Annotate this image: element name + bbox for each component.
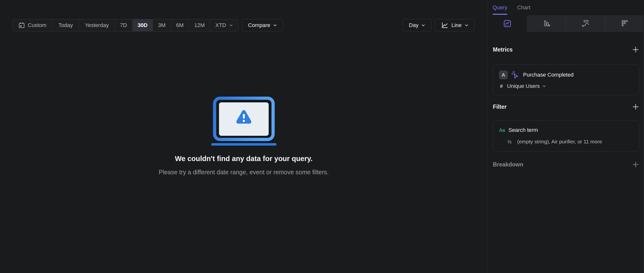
laptop-warning-illustration [211,96,277,147]
filter-header-label: Filter [493,104,506,110]
chevron-down-icon [421,23,425,27]
metric-event-row: A Purchase Completed [499,70,634,79]
date-range-label: Custom [28,22,46,28]
date-range-today[interactable]: Today [52,19,79,31]
report-tab-retention[interactable] [605,15,644,32]
date-range-6m[interactable]: 6M [171,19,189,31]
metric-event-name[interactable]: Purchase Completed [523,72,574,78]
report-type-tabs [488,15,644,32]
date-range-control: Custom Today Yesterday 7D 30D 3M 6M 12M … [12,19,238,31]
calendar-icon [18,22,25,28]
empty-state-subtitle: Please try a different date range, event… [0,169,488,176]
filter-overflow-menu-icon[interactable] [632,126,634,134]
flows-icon [581,19,590,28]
filter-property-row: Aa Search term [499,126,634,134]
analytics-app: Custom Today Yesterday 7D 30D 3M 6M 12M … [0,0,644,273]
filter-card[interactable]: Aa Search term Is (empty string), Air pu… [493,120,639,152]
sidebar-scrollbar[interactable] [643,15,644,273]
sidebar-tabbar: Query Chart [488,0,644,15]
chevron-down-icon [542,84,546,88]
date-range-xtd[interactable]: XTD [210,19,238,31]
metrics-header-label: Metrics [493,46,513,53]
breakdown-section-header: Breakdown [493,161,639,168]
filter-property-name[interactable]: Search term [508,127,538,133]
bar-chart-icon [542,19,550,28]
chart-canvas-area: Custom Today Yesterday 7D 30D 3M 6M 12M … [0,0,488,273]
aggregation-selector[interactable]: Unique Users [503,83,546,89]
date-range-12m[interactable]: 12M [189,19,210,31]
chevron-down-icon [464,23,468,27]
report-type-tabs-inactive [527,15,644,32]
insights-line-chart-icon [504,20,511,27]
date-range-yesterday[interactable]: Yesterday [79,19,115,31]
query-builder-sidebar: Query Chart [488,0,644,273]
tab-query[interactable]: Query [492,0,507,15]
granularity-button[interactable]: Day [402,19,432,31]
add-breakdown-button[interactable] [632,161,639,168]
aggregation-symbol: # [500,83,503,89]
metric-aggregation-row: # Unique Users [499,83,634,89]
metric-letter-badge: A [499,70,508,79]
empty-state: We couldn't find any data for your query… [0,96,488,176]
query-builder-content: Metrics A Purchase Completed [488,46,644,168]
metric-card[interactable]: A Purchase Completed # [493,64,639,95]
aggregation-label: Unique Users [507,83,540,89]
date-range-3m[interactable]: 3M [153,19,171,31]
filter-operator[interactable]: Is [508,139,512,145]
report-tab-insights[interactable] [488,15,527,32]
string-property-type-icon: Aa [499,127,505,133]
date-range-30d[interactable]: 30D [132,19,153,31]
chart-display-controls: Day Line [402,19,475,31]
metrics-section-header: Metrics [493,46,639,53]
metric-overflow-menu-icon[interactable] [632,71,634,79]
chart-toolbar: Custom Today Yesterday 7D 30D 3M 6M 12M … [12,19,475,31]
chevron-down-icon [273,23,277,27]
retention-dots-icon [620,19,629,28]
chevron-down-icon [229,23,233,27]
filter-value-summary[interactable]: (empty string), Air purifier, or 11 more [517,139,602,145]
report-tab-funnels[interactable] [527,15,566,32]
tab-chart[interactable]: Chart [517,0,530,15]
filter-section-header: Filter [493,103,639,110]
breakdown-header-label: Breakdown [493,161,523,168]
filter-operator-row: Is (empty string), Air purifier, or 11 m… [499,139,634,145]
line-chart-icon [441,21,448,29]
chart-type-button[interactable]: Line [435,19,475,31]
empty-state-title: We couldn't find any data for your query… [0,155,488,163]
compare-button[interactable]: Compare [242,19,283,31]
report-tab-flows[interactable] [566,15,605,32]
add-filter-button[interactable] [632,103,639,110]
event-spark-cursor-icon [511,71,520,79]
add-metric-button[interactable] [632,46,639,53]
date-range-custom[interactable]: Custom [12,19,52,31]
date-range-7d[interactable]: 7D [115,19,132,31]
